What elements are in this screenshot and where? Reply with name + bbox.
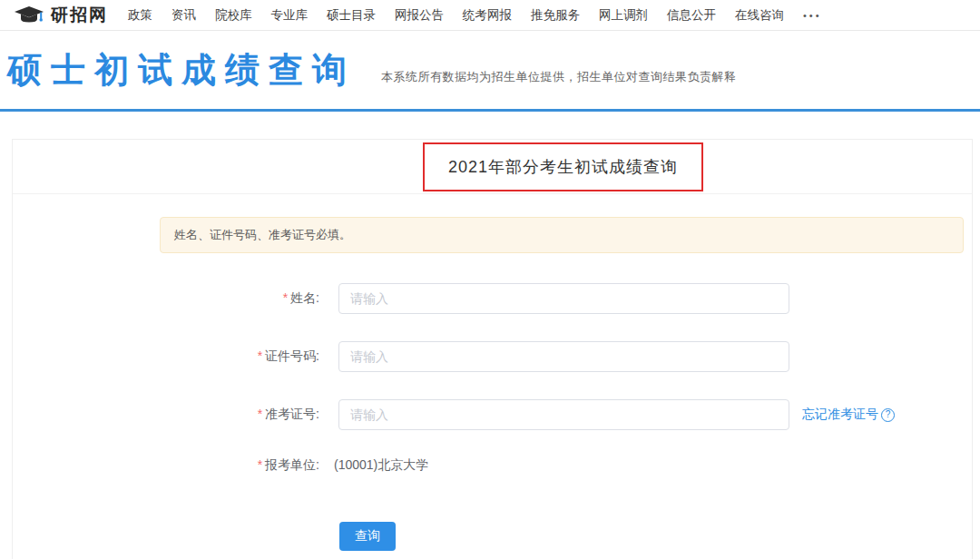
page-header: 硕士初试成绩查询 本系统所有数据均为招生单位提供，招生单位对查询结果负责解释	[0, 31, 980, 109]
nav-more-ellipsis-icon[interactable]: •••	[803, 10, 822, 21]
annotation-box: 2021年部分考生初试成绩查询	[423, 142, 703, 191]
card-title-bar: 2021年部分考生初试成绩查询	[13, 140, 972, 194]
help-circle-icon[interactable]: ?	[881, 408, 895, 422]
nav-item-master-catalog[interactable]: 硕士目录	[327, 7, 376, 24]
required-asterisk: *	[258, 407, 262, 421]
field-label-target-unit: *报考单位:	[160, 457, 319, 474]
required-asterisk: *	[283, 290, 288, 305]
button-row: 查询	[160, 522, 964, 551]
nav-item-news[interactable]: 资讯	[172, 7, 196, 24]
form-row-name: *姓名:	[160, 283, 964, 314]
form-row-ticket-number: *准考证号: 忘记准考证号 ?	[160, 399, 964, 430]
nav-item-exempt-service[interactable]: 推免服务	[531, 7, 580, 24]
forgot-ticket-link[interactable]: 忘记准考证号 ?	[802, 407, 895, 423]
field-label-name-text: 姓名:	[290, 290, 319, 305]
graduation-cap-icon	[14, 5, 44, 25]
nav-item-info-disclosure[interactable]: 信息公开	[667, 7, 716, 24]
query-button[interactable]: 查询	[339, 522, 396, 551]
nav-item-college-library[interactable]: 院校库	[215, 7, 252, 24]
nav-item-online-report-notice[interactable]: 网报公告	[395, 7, 444, 24]
nav-item-unified-exam-report[interactable]: 统考网报	[463, 7, 512, 24]
target-unit-value: (10001)北京大学	[334, 457, 428, 474]
field-label-ticket-number-text: 准考证号:	[265, 407, 319, 421]
site-logo[interactable]: 研招网	[14, 4, 108, 27]
card-body: 姓名、证件号码、准考证号必填。 *姓名: *证件号码: *准考证号: 忘记准考证…	[13, 194, 972, 551]
top-navigation: 研招网 政策 资讯 院校库 专业库 硕士目录 网报公告 统考网报 推免服务 网上…	[0, 0, 980, 31]
nav-item-online-adjustment[interactable]: 网上调剂	[599, 7, 648, 24]
form-row-id-number: *证件号码:	[160, 341, 964, 372]
required-asterisk: *	[258, 348, 262, 363]
forgot-ticket-link-text: 忘记准考证号	[802, 407, 878, 423]
required-asterisk: *	[258, 457, 262, 472]
query-card: 2021年部分考生初试成绩查询 姓名、证件号码、准考证号必填。 *姓名: *证件…	[12, 139, 973, 559]
notice-banner: 姓名、证件号码、准考证号必填。	[160, 217, 964, 253]
field-label-name: *姓名:	[160, 290, 319, 307]
field-label-ticket-number: *准考证号:	[160, 407, 319, 423]
nav-item-online-consult[interactable]: 在线咨询	[735, 7, 784, 24]
form-row-target-unit: *报考单位: (10001)北京大学	[160, 457, 964, 474]
field-label-target-unit-text: 报考单位:	[265, 457, 319, 472]
nav-item-major-library[interactable]: 专业库	[271, 7, 309, 24]
site-logo-text: 研招网	[51, 4, 108, 27]
header-divider	[0, 109, 980, 112]
card-title: 2021年部分考生初试成绩查询	[448, 158, 678, 176]
field-label-id-number: *证件号码:	[160, 348, 319, 365]
nav-item-policy[interactable]: 政策	[128, 7, 152, 24]
page-subtitle: 本系统所有数据均为招生单位提供，招生单位对查询结果负责解释	[381, 69, 737, 85]
ticket-number-input[interactable]	[338, 399, 789, 430]
field-label-id-number-text: 证件号码:	[265, 348, 319, 363]
page-title: 硕士初试成绩查询	[7, 53, 356, 87]
nav-menu: 政策 资讯 院校库 专业库 硕士目录 网报公告 统考网报 推免服务 网上调剂 信…	[128, 7, 822, 24]
id-number-input[interactable]	[338, 341, 789, 372]
name-input[interactable]	[338, 283, 789, 314]
